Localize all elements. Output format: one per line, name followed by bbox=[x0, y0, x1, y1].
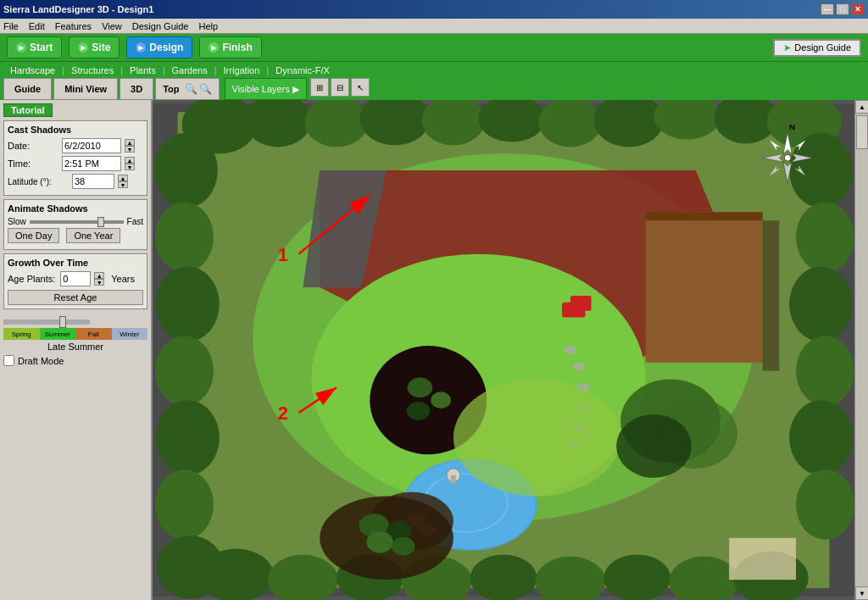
vertical-scrollbar: ▲ ▼ bbox=[854, 100, 868, 600]
tab-guide-label: Guide bbox=[14, 84, 41, 94]
reset-age-button[interactable]: Reset Age bbox=[8, 290, 143, 305]
speed-slider-container: Slow Fast bbox=[8, 217, 143, 226]
svg-text:N: N bbox=[789, 122, 795, 131]
cursor-tool-icon[interactable]: ↖ bbox=[351, 78, 370, 97]
menu-edit[interactable]: Edit bbox=[29, 21, 45, 31]
svg-point-18 bbox=[155, 469, 214, 540]
growth-group: Growth Over Time Age Plants: ▲ ▼ Years R… bbox=[3, 253, 147, 309]
tab-3d-label: 3D bbox=[131, 84, 142, 94]
menu-file[interactable]: File bbox=[3, 21, 19, 31]
svg-point-15 bbox=[156, 266, 220, 342]
latitude-down[interactable]: ▼ bbox=[118, 181, 128, 188]
sub-menu-dynamic-fx[interactable]: Dynamic-F/X bbox=[272, 65, 333, 75]
design-label: Design bbox=[149, 42, 183, 53]
one-year-button[interactable]: One Year bbox=[66, 228, 120, 243]
start-label: Start bbox=[30, 42, 53, 53]
sub-menu-irrigation[interactable]: Irrigation bbox=[220, 65, 264, 75]
visible-layers-button[interactable]: Visible Layers ▶ bbox=[225, 78, 307, 100]
scroll-up-button[interactable]: ▲ bbox=[855, 100, 868, 114]
date-up[interactable]: ▲ bbox=[125, 139, 135, 146]
view-toolbar: Guide Mini View 3D Top 🔍 🔍 Visible Layer… bbox=[0, 78, 868, 100]
age-plants-row: Age Plants: ▲ ▼ Years bbox=[8, 271, 143, 286]
date-label: Date: bbox=[8, 141, 58, 151]
design-button[interactable]: ▶ Design bbox=[126, 36, 192, 58]
draft-mode-checkbox[interactable] bbox=[3, 355, 14, 366]
tab-mini-view[interactable]: Mini View bbox=[53, 78, 118, 100]
menu-design-guide[interactable]: Design Guide bbox=[132, 21, 189, 31]
speed-slider[interactable] bbox=[30, 220, 124, 224]
sub-menu-hardscape[interactable]: Hardscape bbox=[7, 65, 58, 75]
layer-icon-2[interactable]: ⊟ bbox=[331, 78, 349, 97]
design-guide-button[interactable]: ➤ Design Guide bbox=[773, 39, 861, 57]
main-toolbar: ▶ Start ▶ Site ▶ Design ▶ Finish ➤ Desig… bbox=[0, 34, 868, 61]
svg-point-65 bbox=[366, 531, 393, 553]
menu-features[interactable]: Features bbox=[55, 21, 92, 31]
design-guide-icon: ➤ bbox=[783, 42, 791, 53]
latitude-input[interactable] bbox=[72, 174, 114, 189]
zoom-out-icon[interactable]: 🔍 bbox=[199, 83, 212, 95]
summer-season: Summer bbox=[40, 328, 76, 340]
site-button[interactable]: ▶ Site bbox=[69, 36, 120, 58]
time-up[interactable]: ▲ bbox=[125, 157, 135, 164]
age-up[interactable]: ▲ bbox=[94, 272, 104, 279]
main-area: Tutorial Cast Shadows Date: ▲ ▼ Time: ▲ … bbox=[0, 100, 868, 600]
tab-3d[interactable]: 3D bbox=[120, 78, 153, 100]
svg-point-16 bbox=[155, 336, 214, 406]
finish-play-icon: ▶ bbox=[209, 42, 219, 53]
svg-point-21 bbox=[796, 203, 854, 273]
zoom-in-icon[interactable]: 🔍 bbox=[185, 83, 198, 95]
start-button[interactable]: ▶ Start bbox=[7, 36, 62, 58]
time-input[interactable] bbox=[62, 156, 121, 171]
svg-text:1: 1 bbox=[278, 244, 288, 265]
tab-top[interactable]: Top 🔍 🔍 bbox=[155, 78, 219, 100]
tutorial-button[interactable]: Tutorial bbox=[3, 103, 53, 117]
design-play-icon: ▶ bbox=[136, 42, 146, 53]
layer-icon-1[interactable]: ⊞ bbox=[310, 78, 329, 97]
age-down[interactable]: ▼ bbox=[94, 279, 104, 286]
sub-menu-structures[interactable]: Structures bbox=[68, 65, 117, 75]
draft-mode-row: Draft Mode bbox=[3, 355, 147, 366]
svg-rect-40 bbox=[763, 220, 780, 370]
svg-point-44 bbox=[431, 392, 451, 408]
years-label: Years bbox=[111, 274, 135, 284]
tab-mini-view-label: Mini View bbox=[64, 84, 107, 94]
menu-help[interactable]: Help bbox=[198, 21, 218, 31]
scroll-thumb[interactable] bbox=[856, 115, 868, 149]
sub-menu-plants[interactable]: Plants bbox=[126, 65, 159, 75]
animate-shadows-group: Animate Shadows Slow Fast One Day One Ye… bbox=[3, 199, 147, 250]
svg-point-66 bbox=[392, 537, 415, 556]
svg-point-26 bbox=[198, 549, 274, 600]
tab-guide[interactable]: Guide bbox=[3, 78, 52, 100]
one-day-button[interactable]: One Day bbox=[8, 228, 59, 243]
sub-menu-gardens[interactable]: Gardens bbox=[169, 65, 211, 75]
svg-point-50 bbox=[573, 363, 585, 371]
spring-season: Spring bbox=[3, 328, 40, 340]
menu-view[interactable]: View bbox=[102, 21, 122, 31]
speed-slider-thumb[interactable] bbox=[97, 217, 104, 227]
finish-button[interactable]: ▶ Finish bbox=[199, 36, 261, 58]
svg-point-14 bbox=[155, 203, 214, 273]
garden-canvas-area[interactable]: N 1 2 bbox=[153, 100, 854, 600]
date-spinner: ▲ ▼ bbox=[125, 139, 135, 153]
svg-rect-38 bbox=[646, 212, 763, 362]
minimize-button[interactable]: — bbox=[821, 3, 834, 15]
season-thumb[interactable] bbox=[59, 316, 66, 328]
age-input[interactable] bbox=[60, 271, 91, 286]
close-button[interactable]: ✕ bbox=[851, 3, 865, 15]
scroll-down-button[interactable]: ▼ bbox=[855, 586, 868, 600]
scroll-track[interactable] bbox=[855, 114, 868, 586]
season-timeline-slider[interactable] bbox=[3, 319, 90, 325]
svg-rect-87 bbox=[451, 475, 456, 484]
time-down[interactable]: ▼ bbox=[125, 164, 135, 170]
date-input[interactable] bbox=[62, 138, 121, 153]
cast-shadows-title: Cast Shadows bbox=[8, 125, 143, 135]
svg-point-45 bbox=[407, 402, 431, 420]
svg-rect-70 bbox=[729, 538, 796, 580]
cast-shadows-group: Cast Shadows Date: ▲ ▼ Time: ▲ ▼ Latitud… bbox=[3, 120, 147, 196]
date-down[interactable]: ▼ bbox=[125, 146, 135, 153]
svg-rect-56 bbox=[562, 303, 586, 318]
latitude-up[interactable]: ▲ bbox=[118, 175, 128, 181]
maximize-button[interactable]: □ bbox=[836, 3, 849, 15]
finish-label: Finish bbox=[222, 42, 252, 53]
sub-toolbar: Hardscape | Structures | Plants | Garden… bbox=[0, 61, 868, 78]
